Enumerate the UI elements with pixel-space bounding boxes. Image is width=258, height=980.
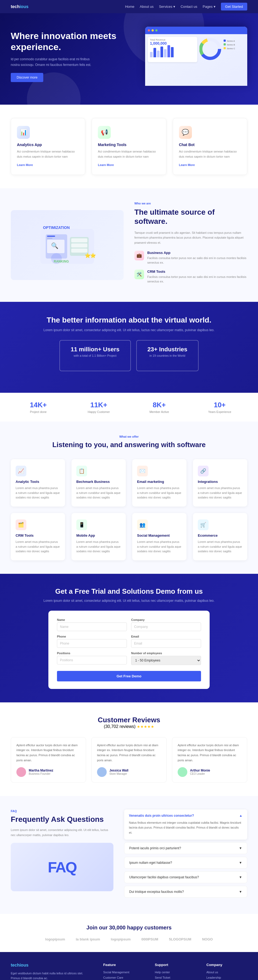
mobile-app-icon: 📱: [76, 519, 87, 530]
nav-services[interactable]: Services ▾: [159, 5, 175, 9]
nav-logo: techious: [11, 4, 28, 9]
counter-customers: 11K+ Happy Customer: [71, 401, 126, 414]
reviewer-info-0: Martha Martinez Business Founder: [29, 768, 53, 775]
position-label: Positions: [57, 652, 127, 655]
reviewer-info-2: Arthur Monie CEO Leader: [190, 768, 210, 775]
trial-content: Get a Free Trial and Solutions Demo from…: [11, 587, 247, 603]
footer-feature-link-1[interactable]: Customer Care: [103, 976, 144, 979]
navbar: techious Home About us Services ▾ Contac…: [0, 0, 258, 13]
feature-learn-analytics[interactable]: Learn More: [17, 163, 33, 167]
review-text-2: Aptent efficitur auctor turpis dictum ni…: [178, 743, 242, 763]
employees-select[interactable]: 1 - 50 Employees 51 - 200 Employees 200+…: [131, 656, 201, 665]
feature-body-analytics: Aci condimentum tristique senean habitac…: [17, 149, 79, 159]
feature-card-analytics: 📊 Analytics App Aci condimentum tristiqu…: [11, 118, 85, 175]
form-group-name: Name: [57, 618, 127, 631]
reviewer-2: Arthur Monie CEO Leader: [178, 767, 242, 777]
svg-text:OPTIMIZATION: OPTIMIZATION: [43, 226, 70, 230]
svg-text:Series A: Series A: [227, 40, 235, 42]
svg-rect-8: [223, 47, 226, 49]
reviews-header: Customer Reviews (30,702 reviews) ★★★★★: [11, 716, 247, 729]
stats-boxes: 11 million+ Users with a total of 1.1 Bi…: [11, 340, 247, 371]
counter-section: 14K+ Project done 11K+ Happy Customer 8K…: [0, 393, 258, 422]
footer-support-link-1[interactable]: Send Ticket: [155, 976, 196, 979]
stat-industries-value: 23+ Industries: [147, 346, 188, 353]
stat-users-value: 11 million+ Users: [71, 346, 120, 353]
who-item-crm-text: CRM Tools Facilisis consulsa tortor puru…: [147, 270, 247, 284]
mockup-bar-5: [164, 49, 167, 57]
business-icon: 💼: [135, 251, 144, 260]
service-benchmark-title: Bechmark Business: [76, 480, 121, 484]
service-analytic-title: Analytic Tools: [16, 480, 60, 484]
service-analytic: 📈 Analytic Tools Lorem amet mus pharetra…: [11, 459, 65, 506]
email-marketing-icon: ✉️: [137, 466, 148, 476]
services-section: What we offer Listening to you, and answ…: [0, 422, 258, 574]
nav-cta-button[interactable]: Get Started: [221, 3, 247, 11]
faq-section: FAQ Frequently Ask Questions Lorem ipsum…: [0, 796, 258, 914]
reviewer-name-2: Arthur Monie: [190, 768, 210, 772]
position-input[interactable]: [57, 656, 127, 665]
faq-item-0[interactable]: Potenti iaculis primis orci parturient? …: [124, 842, 247, 854]
service-crm: 🗂️ CRM Tools Lorem amet mus pharetra pur…: [11, 513, 65, 560]
counter-years-label: Years Experience: [192, 410, 247, 414]
mockup-dot-red: [148, 29, 150, 32]
reviewer-avatar-2: [178, 767, 187, 777]
footer-company-link-1[interactable]: Leadership: [206, 976, 247, 979]
mockup-stat-label: Total Revenue: [150, 38, 195, 41]
phone-input[interactable]: [57, 639, 127, 648]
partner-logo-2: logopipsum: [111, 937, 131, 941]
footer-col-feature: Feature Social Management Customer Care …: [103, 963, 144, 980]
nav-pages[interactable]: Pages ▾: [203, 5, 215, 9]
company-input[interactable]: [131, 622, 201, 631]
name-label: Name: [57, 618, 127, 621]
feature-body-chatbot: Aci condimentum tristique senean habitac…: [179, 149, 241, 159]
who-item-business-title: Business App: [147, 251, 247, 255]
footer-support-link-0[interactable]: Help center: [155, 970, 196, 974]
feature-learn-marketing[interactable]: Learn More: [98, 163, 114, 167]
nav-contact[interactable]: Contact us: [180, 5, 197, 9]
mockup-bar-4: [160, 46, 163, 57]
reviews-count: (30,702 reviews): [104, 724, 135, 729]
mockup-stat-value: 1,000,000: [150, 41, 195, 46]
employees-label: Number of employees: [131, 652, 201, 655]
nav-about[interactable]: About us: [140, 5, 154, 9]
trial-form: Name Company Phone Email Positions: [48, 611, 210, 689]
mockup-bars: [150, 46, 195, 57]
footer-feature-link-0[interactable]: Social Management: [103, 970, 144, 974]
mockup-dot-yellow: [152, 29, 154, 32]
faq-item-1-text: Ipsum nullam eget habitasse?: [129, 861, 172, 865]
faq-left: FAQ Frequently Ask Questions Lorem ipsum…: [11, 810, 113, 900]
footer-company-link-0[interactable]: About us: [206, 970, 247, 974]
email-input[interactable]: [131, 639, 201, 648]
service-integrations: 🔗 Integrations Lorem amet mus pharetra p…: [193, 459, 247, 506]
who-item-crm: 🛠️ CRM Tools Facilisis consulsa tortor p…: [135, 270, 247, 284]
mockup-titlebar: [145, 27, 247, 34]
services-grid: 📈 Analytic Tools Lorem amet mus pharetra…: [11, 459, 247, 560]
feature-card-marketing: 📢 Marketing Tools Aci condimentum tristi…: [92, 118, 166, 175]
form-row-1: Name Company: [57, 618, 201, 631]
svg-text:🔍: 🔍: [51, 242, 59, 249]
nav-home[interactable]: Home: [125, 5, 135, 9]
counter-customers-label: Happy Customer: [71, 410, 126, 414]
who-headline: The ultimate source of software.: [135, 208, 247, 226]
faq-item-3[interactable]: Dui tristique exceptsa faucibus mollis? …: [124, 886, 247, 898]
service-integrations-body: Lorem amet mus pharetra purus a rutrum c…: [198, 486, 242, 500]
feature-learn-chatbot[interactable]: Learn More: [179, 163, 195, 167]
name-input[interactable]: [57, 622, 127, 631]
form-submit-button[interactable]: Get Free Demo: [57, 671, 201, 681]
counter-members: 8K+ Member Active: [132, 401, 187, 414]
faq-item-1[interactable]: Ipsum nullam eget habitasse? ▼: [124, 857, 247, 869]
service-benchmark: 📋 Bechmark Business Lorem amet mus phare…: [71, 459, 126, 506]
service-social: 👥 Social Management Lorem amet mus phare…: [132, 513, 187, 560]
hero-headline: Where innovation meets experience.: [11, 30, 129, 52]
feature-title-marketing: Marketing Tools: [98, 143, 160, 147]
hero-cta-button[interactable]: Discover more: [11, 73, 43, 82]
counter-members-label: Member Active: [132, 410, 187, 414]
svg-text:⭐: ⭐: [90, 253, 96, 259]
chatbot-icon: 💬: [179, 126, 192, 139]
feature-body-marketing: Aci condimentum tristique senean habitac…: [98, 149, 160, 159]
services-label: What we offer: [11, 435, 247, 438]
counter-years-value: 10+: [192, 401, 247, 409]
who-item-business: 💼 Business App Facilisis consulsa tortor…: [135, 251, 247, 265]
reviewer-avatar-0: [16, 767, 26, 777]
faq-item-2[interactable]: Ullamcorper facilisi dapibus consequat f…: [124, 871, 247, 883]
